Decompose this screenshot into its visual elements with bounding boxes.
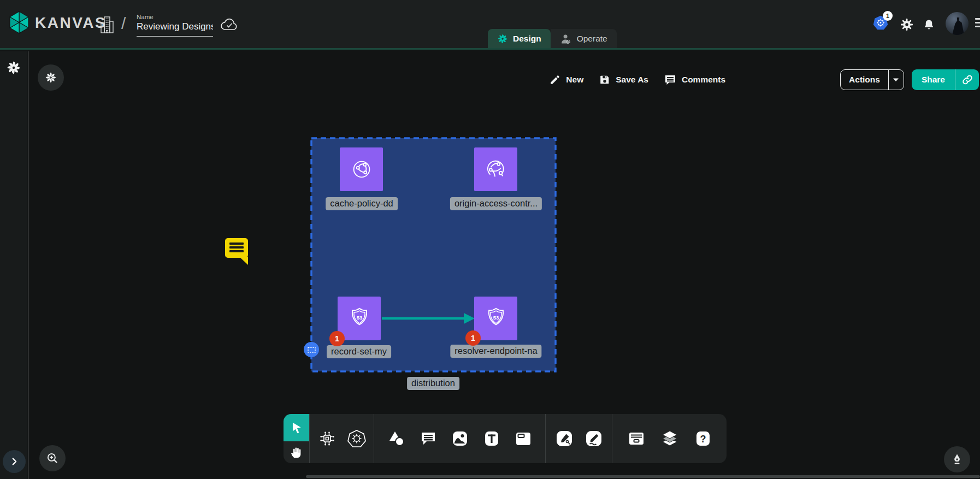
drawer-tool-icon xyxy=(627,429,646,448)
help-tool-icon: ? xyxy=(694,429,712,448)
sticky-note-icon xyxy=(514,429,533,448)
save-floppy-icon xyxy=(599,74,611,86)
tool-pen[interactable] xyxy=(555,429,574,448)
pen-tool-icon xyxy=(555,429,574,448)
comment-tool-icon xyxy=(419,429,438,448)
zoom-in-button[interactable] xyxy=(39,445,66,471)
tool-shapes[interactable] xyxy=(387,429,406,448)
comments-button[interactable]: Comments xyxy=(664,73,725,86)
node-origin-access-control[interactable] xyxy=(474,147,517,191)
cloud-saved-icon xyxy=(220,17,239,32)
design-tab-swirl-icon xyxy=(497,33,508,44)
zoom-in-icon xyxy=(45,451,60,465)
recenter-flower-button[interactable] xyxy=(38,64,64,91)
kanvas-logo-icon[interactable] xyxy=(7,10,31,34)
settings-gear-icon[interactable] xyxy=(900,18,913,31)
svg-text:53: 53 xyxy=(356,315,362,321)
pencil-tool-icon xyxy=(585,429,603,448)
node-record-set[interactable]: 53 xyxy=(338,297,381,340)
actions-caret-button[interactable] xyxy=(888,70,904,90)
tool-help[interactable]: ? xyxy=(694,429,712,448)
route53-shield-icon: 53 xyxy=(347,306,372,331)
tool-comment[interactable] xyxy=(419,429,438,448)
node-resolver-endpoint[interactable]: 53 xyxy=(474,297,517,340)
app-header: KANVAS / Name xyxy=(0,0,980,50)
tool-mesh-components[interactable] xyxy=(318,429,336,448)
image-tool-icon xyxy=(451,429,469,448)
comments-button-label: Comments xyxy=(682,75,725,85)
new-button[interactable]: New xyxy=(549,74,583,86)
tool-pan-hand[interactable] xyxy=(284,441,309,463)
design-name-input[interactable] xyxy=(137,21,213,37)
node-label: record-set-my xyxy=(327,345,391,358)
origin-access-globe-icon xyxy=(483,157,509,182)
text-tool-icon xyxy=(482,429,501,448)
share-link-icon xyxy=(961,74,973,86)
selection-handle[interactable] xyxy=(304,342,319,357)
tool-text[interactable] xyxy=(482,429,501,448)
copy-link-button[interactable] xyxy=(955,69,979,90)
mode-tabs: Design Operate xyxy=(488,29,617,48)
selection-handle-icon xyxy=(304,342,319,357)
chevron-right-icon xyxy=(8,456,20,468)
tab-design[interactable]: Design xyxy=(488,29,551,48)
node-error-badge[interactable]: 1 xyxy=(329,331,345,346)
svg-text:?: ? xyxy=(700,434,706,445)
left-sidebar xyxy=(0,51,28,479)
route53-shield-icon: 53 xyxy=(483,306,509,331)
share-split-button[interactable]: Share xyxy=(912,69,979,90)
tab-operate[interactable]: Operate xyxy=(551,29,617,48)
tool-layers[interactable] xyxy=(660,429,680,448)
edge-record-to-resolver[interactable] xyxy=(381,311,477,326)
save-as-button[interactable]: Save As xyxy=(599,74,648,86)
kubernetes-wheel-icon xyxy=(347,429,366,448)
node-label: resolver-endpoint-na xyxy=(450,345,541,358)
comments-bubble-icon xyxy=(664,73,677,86)
expand-sidebar-button[interactable] xyxy=(3,450,26,473)
tool-pencil[interactable] xyxy=(585,429,603,448)
tool-kubernetes[interactable] xyxy=(347,429,366,448)
actions-button-label: Actions xyxy=(841,75,888,85)
operate-person-icon xyxy=(560,33,572,45)
node-error-badge[interactable]: 1 xyxy=(465,330,481,346)
tab-design-label: Design xyxy=(513,34,541,44)
tool-drawer[interactable] xyxy=(627,429,646,448)
share-button-label: Share xyxy=(912,75,955,85)
signature-pen-nib-icon xyxy=(951,453,964,466)
tool-image[interactable] xyxy=(451,429,469,448)
new-pencil-icon xyxy=(549,74,561,86)
notifications-bell-icon[interactable] xyxy=(923,18,935,31)
node-label: cache-policy-dd xyxy=(326,197,398,210)
organization-icon[interactable] xyxy=(100,16,114,34)
tool-sticky-note[interactable] xyxy=(514,429,533,448)
shapes-icon xyxy=(387,429,406,448)
svg-text:53: 53 xyxy=(493,315,499,321)
design-name-field: Name xyxy=(137,14,213,37)
meshery-spiral-icon[interactable] xyxy=(6,60,21,75)
node-label: origin-access-contr... xyxy=(450,197,542,210)
actions-split-button[interactable]: Actions xyxy=(840,69,904,90)
signature-pen-button[interactable] xyxy=(944,446,970,472)
network-globe-icon xyxy=(349,157,374,182)
name-field-label: Name xyxy=(137,14,213,20)
canvas-action-bar: New Save As Comments Actions xyxy=(549,69,979,91)
node-cache-policy[interactable] xyxy=(340,147,383,191)
group-label: distribution xyxy=(407,377,459,390)
new-button-label: New xyxy=(566,75,583,85)
tool-select-cursor[interactable] xyxy=(284,414,309,441)
tab-operate-label: Operate xyxy=(577,34,607,44)
brand-name: KANVAS xyxy=(35,14,107,32)
layers-tool-icon xyxy=(660,429,680,448)
context-count-badge[interactable]: 1 xyxy=(883,11,893,21)
comment-marker-icon[interactable] xyxy=(224,236,250,265)
user-avatar[interactable] xyxy=(946,12,969,35)
breadcrumb-separator: / xyxy=(121,14,126,33)
horizontal-scrollbar[interactable] xyxy=(306,475,980,478)
mesh-chip-icon xyxy=(318,429,336,448)
save-as-button-label: Save As xyxy=(616,75,648,85)
tools-dock: ? xyxy=(284,414,727,463)
pan-hand-icon xyxy=(290,445,304,459)
menu-icon[interactable] xyxy=(975,18,980,30)
caret-down-icon xyxy=(893,78,899,82)
recenter-flower-icon xyxy=(44,71,57,84)
